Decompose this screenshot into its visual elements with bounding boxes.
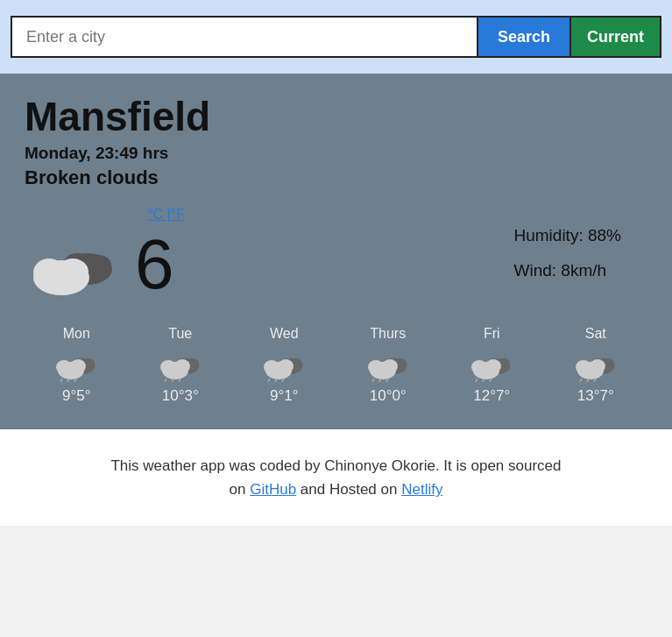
svg-point-56 (590, 359, 605, 373)
forecast-icon (53, 347, 99, 382)
svg-line-41 (386, 379, 388, 382)
svg-line-59 (594, 379, 596, 382)
svg-line-39 (372, 379, 374, 382)
svg-line-48 (476, 379, 477, 382)
footer-line1: This weather app was coded by Chinonye O… (9, 454, 663, 478)
forecast-row: Mon 9°5° Tue (25, 326, 647, 405)
forecast-day-label: Sat (585, 326, 606, 342)
svg-point-10 (56, 360, 72, 374)
svg-point-37 (368, 360, 384, 374)
temperature: 6 (135, 230, 174, 300)
footer-line2: on GitHub and Hosted on Netlify (9, 478, 663, 501)
svg-point-29 (278, 359, 294, 373)
svg-line-30 (268, 379, 270, 382)
search-input[interactable] (11, 16, 477, 58)
forecast-icon (365, 347, 411, 382)
forecast-temp: 9°5° (62, 387, 91, 405)
footer-text3: and Hosted on (296, 481, 401, 498)
forecast-day-label: Mon (63, 326, 90, 342)
forecast-day: Tue 10°3° (158, 326, 203, 405)
humidity: Humidity: 88% (514, 226, 622, 245)
main-weather: °C |°F 6 Humidity: 88% Wind: 8km/h (25, 207, 647, 300)
forecast-day: Fri 12°7° (469, 326, 514, 405)
forecast-temp: 12°7° (473, 387, 510, 405)
forecast-day: Mon 9°5° (53, 326, 99, 405)
svg-point-38 (382, 359, 398, 373)
top-bar: Search Current (0, 0, 672, 74)
svg-line-57 (580, 379, 582, 382)
temp-icon-row: 6 (25, 230, 174, 300)
forecast-day-label: Thurs (370, 326, 406, 342)
city-name: Mansfield (25, 93, 647, 140)
svg-point-11 (70, 359, 86, 373)
left-weather: °C |°F 6 (25, 207, 185, 300)
wind: Wind: 8km/h (514, 261, 622, 280)
forecast-temp: 9°1° (270, 387, 299, 405)
svg-line-14 (74, 379, 76, 382)
netlify-link[interactable]: Netlify (401, 481, 442, 498)
forecast-day: Thurs 10°0° (365, 326, 411, 405)
forecast-temp: 10°0° (370, 387, 407, 405)
svg-point-19 (160, 360, 176, 374)
svg-point-47 (485, 359, 501, 373)
svg-line-23 (179, 379, 180, 382)
svg-line-21 (165, 379, 166, 382)
svg-point-46 (471, 360, 487, 374)
unit-toggle[interactable]: °C |°F (147, 207, 185, 223)
weather-panel: Mansfield Monday, 23:49 hrs Broken cloud… (0, 74, 672, 429)
forecast-day: Sat 13°7° (573, 326, 619, 405)
date-time: Monday, 23:49 hrs (25, 144, 647, 163)
svg-line-12 (60, 379, 62, 382)
forecast-icon (573, 347, 619, 382)
svg-line-50 (490, 379, 492, 382)
svg-point-20 (174, 359, 190, 373)
search-button[interactable]: Search (477, 16, 569, 58)
weather-description: Broken clouds (25, 166, 647, 189)
footer: This weather app was coded by Chinonye O… (0, 429, 672, 526)
forecast-day-label: Wed (270, 326, 299, 342)
forecast-day-label: Tue (168, 326, 192, 342)
github-link[interactable]: GitHub (250, 481, 296, 498)
forecast-day-label: Fri (484, 326, 500, 342)
svg-point-55 (576, 360, 591, 374)
forecast-icon (158, 347, 203, 382)
svg-point-5 (57, 258, 88, 285)
weather-icon (25, 232, 121, 298)
forecast-icon (261, 347, 307, 382)
forecast-icon (469, 347, 514, 382)
svg-line-32 (282, 379, 284, 382)
right-weather: Humidity: 88% Wind: 8km/h (514, 226, 648, 280)
forecast-temp: 10°3° (162, 387, 199, 405)
forecast-temp: 13°7° (577, 387, 614, 405)
current-button[interactable]: Current (569, 16, 661, 58)
svg-point-2 (87, 255, 111, 276)
forecast-day: Wed 9°1° (261, 326, 307, 405)
svg-point-28 (264, 360, 279, 374)
footer-text2: on (230, 481, 251, 498)
